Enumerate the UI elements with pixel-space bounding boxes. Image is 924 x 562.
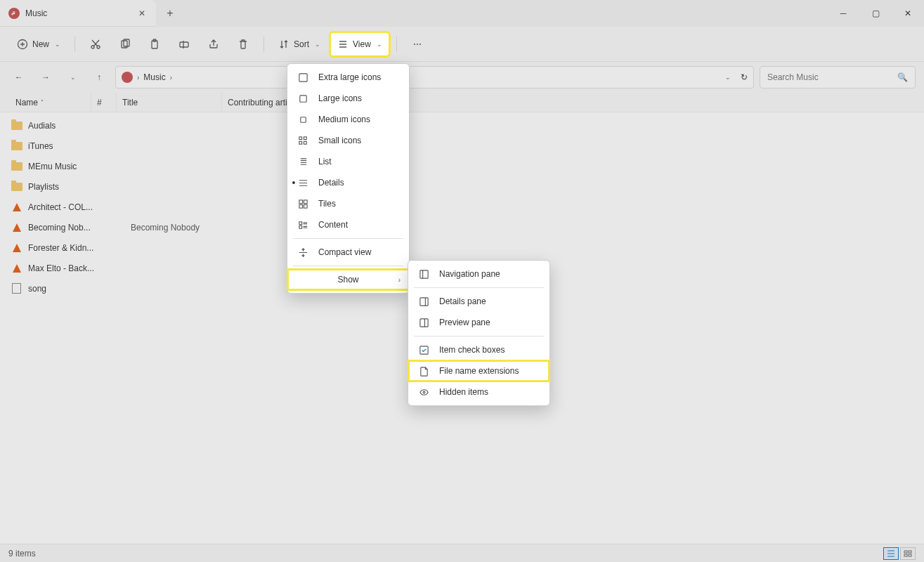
svg-rect-8 [904,551,907,553]
menu-content[interactable]: Content [287,214,409,235]
minimize-button[interactable]: ─ [827,0,859,27]
refresh-icon[interactable]: ↻ [741,72,748,82]
vlc-icon [13,264,21,273]
vlc-icon [13,223,21,232]
sort-icon [278,39,289,50]
list-icon [887,550,895,557]
view-button[interactable]: View ⌄ [330,32,389,56]
maximize-button[interactable]: ▢ [859,0,892,27]
recent-button[interactable]: ⌄ [62,67,83,88]
history-dropdown-icon[interactable]: ⌄ [725,74,731,81]
svg-point-29 [423,391,425,393]
tab-music[interactable]: Music ✕ [0,0,156,27]
search-icon: 🔍 [897,72,908,82]
large-icon [297,93,308,104]
menu-large-icons[interactable]: Large icons [287,88,409,109]
close-button[interactable]: ✕ [892,0,924,27]
menu-hidden-items[interactable]: Hidden items [408,381,549,403]
column-number[interactable]: # [91,93,117,112]
back-button[interactable]: ← [8,67,30,88]
vlc-icon [13,244,21,252]
list-item[interactable]: MEmu Music [0,156,924,176]
new-button[interactable]: New ⌄ [10,32,67,56]
rename-icon [178,39,190,50]
up-button[interactable]: ↑ [89,67,110,88]
thumbnails-view-toggle[interactable] [900,547,916,560]
more-button[interactable]: ⋯ [404,32,431,56]
folder-icon [11,162,22,171]
svg-rect-7 [180,42,188,47]
new-tab-button[interactable]: + [156,0,184,27]
menu-extra-large-icons[interactable]: Extra large icons [287,67,409,88]
menu-show[interactable]: Show› [287,269,409,290]
cut-button[interactable] [82,32,109,56]
svg-rect-9 [909,551,911,553]
search-input[interactable] [767,72,897,82]
tab-title: Music [25,8,131,18]
menu-details[interactable]: Details [287,172,409,193]
list-item[interactable]: iTunes [0,136,924,156]
tab-close-icon[interactable]: ✕ [136,8,148,19]
menu-list[interactable]: List [287,151,409,172]
copy-icon [119,39,131,50]
paste-icon [149,39,160,50]
list-item[interactable]: Audials [0,115,924,136]
list-item[interactable]: Playlists [0,176,924,197]
details-view-toggle[interactable] [883,547,899,560]
svg-rect-11 [909,554,911,556]
menu-navigation-pane[interactable]: Navigation pane [408,263,549,285]
medium-icon [297,114,308,125]
menu-preview-pane[interactable]: Preview pane [408,312,549,333]
folder-icon [11,183,22,191]
search-box[interactable]: 🔍 [760,66,916,89]
list-item[interactable]: Architect - COL... [0,197,924,217]
menu-item-check-boxes[interactable]: Item check boxes [408,339,549,360]
svg-point-2 [97,46,100,48]
copy-button[interactable] [112,32,138,56]
address-bar[interactable]: › Music › ⌄ ↻ [115,66,754,89]
tiles-icon [297,198,308,209]
chevron-right-icon: › [137,74,139,81]
svg-rect-28 [419,346,427,353]
view-menu: Extra large icons Large icons Medium ico… [287,63,410,294]
menu-medium-icons[interactable]: Medium icons [287,109,409,130]
menu-tiles[interactable]: Tiles [287,193,409,214]
details-icon [297,177,308,188]
rename-button[interactable] [171,32,197,56]
svg-rect-20 [304,200,307,203]
share-button[interactable] [200,32,227,56]
file-icon [12,283,21,294]
list-icon [297,156,308,167]
menu-small-icons[interactable]: Small icons [287,130,409,151]
menu-details-pane[interactable]: Details pane [408,291,549,312]
trash-icon [237,39,249,50]
list-item[interactable]: Becoming Nob...Becoming Nobody [0,217,924,237]
svg-rect-15 [299,136,301,139]
eye-icon [418,386,429,398]
chevron-down-icon: ⌄ [315,41,320,48]
paste-button[interactable] [141,32,168,56]
svg-rect-14 [300,117,306,122]
svg-rect-25 [419,270,427,277]
list-item[interactable]: Forester & Kidn... [0,237,924,258]
cut-icon [90,39,101,50]
window-controls: ─ ▢ ✕ [827,0,924,27]
svg-rect-12 [299,73,306,81]
forward-button[interactable]: → [35,67,56,88]
music-folder-icon [122,72,133,83]
show-submenu: Navigation pane Details pane Preview pan… [408,260,550,406]
item-count: 9 items [8,549,36,558]
menu-compact-view[interactable]: Compact view [287,242,409,263]
column-title[interactable]: Title [117,93,222,112]
column-name[interactable]: Name˄ [10,93,91,112]
extra-large-icon [297,72,308,83]
breadcrumb-item[interactable]: Music [143,72,165,82]
sort-button[interactable]: Sort ⌄ [271,32,327,56]
checkbox-icon [418,344,429,355]
compact-icon [297,247,308,258]
delete-button[interactable] [230,32,256,56]
svg-rect-21 [299,204,302,208]
svg-rect-5 [152,41,157,48]
ellipsis-icon: ⋯ [413,39,422,49]
menu-file-name-extensions[interactable]: File name extensions [408,360,549,381]
